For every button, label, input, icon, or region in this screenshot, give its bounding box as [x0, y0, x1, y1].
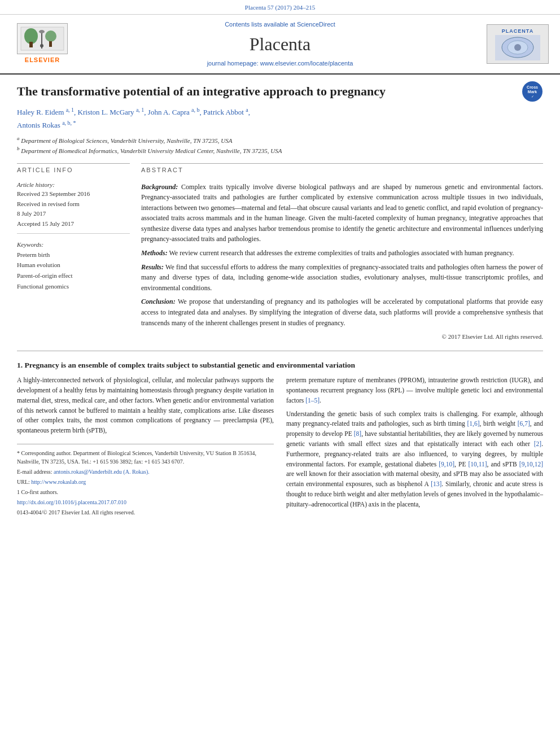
- body-two-col: A highly-interconnected network of physi…: [17, 375, 543, 518]
- ref-1-5[interactable]: [1–5]: [305, 397, 320, 404]
- placenta-logo-title: PLACENTA: [502, 28, 533, 35]
- svg-point-11: [514, 44, 521, 51]
- article-info-column: ARTICLE INFO Article history: Received 2…: [17, 163, 130, 342]
- svg-text:✓: ✓: [531, 95, 534, 98]
- authors-line: Haley R. Eidem a, 1, Kriston L. McGary a…: [17, 106, 543, 132]
- ref-2[interactable]: [2]: [534, 440, 541, 447]
- background-label: Background:: [141, 183, 178, 191]
- accepted-date: Accepted 15 July 2017: [17, 219, 130, 229]
- body-right-para-1: preterm premature rupture of membranes (…: [286, 375, 543, 405]
- article-content: Cross Mark ✓ The transformative potentia…: [0, 75, 560, 527]
- crossmark-badge: Cross Mark ✓: [522, 81, 543, 102]
- email-label: E-mail address:: [17, 469, 52, 475]
- history-label: Article history:: [17, 181, 130, 189]
- footer-url: URL: http://www.rokaslab.org: [17, 478, 274, 486]
- homepage-label: journal homepage:: [207, 60, 259, 67]
- section-1-heading: 1. Pregnancy is an ensemble of complex t…: [17, 360, 543, 370]
- body-left-para-1: A highly-interconnected network of physi…: [17, 375, 274, 436]
- received-date: Received 23 September 2016: [17, 189, 130, 199]
- article-info-header: ARTICLE INFO: [17, 164, 130, 177]
- affil-sup-a3: a: [246, 107, 248, 113]
- article-title: The transformative potential of an integ…: [17, 84, 543, 100]
- body-left-text: A highly-interconnected network of physi…: [17, 375, 274, 436]
- ref-6-7[interactable]: [6,7]: [518, 420, 530, 427]
- affiliation-b: b Department of Biomedical Informatics, …: [17, 145, 543, 155]
- body-right-para-2: Understanding the genetic basis of such …: [286, 409, 543, 510]
- elsevier-wordmark: ELSEVIER: [25, 56, 60, 64]
- svg-rect-4: [49, 41, 52, 47]
- footer-corresponding: * Corresponding author. Department of Bi…: [17, 449, 274, 466]
- sciencedirect-link: Contents lists available at ScienceDirec…: [73, 20, 487, 29]
- abstract-column: ABSTRACT Background: Complex traits typi…: [141, 163, 543, 342]
- keyword-4: Functional genomics: [17, 281, 130, 292]
- ref-8[interactable]: [8]: [354, 430, 361, 437]
- footer-url-value[interactable]: http://www.rokaslab.org: [31, 479, 86, 485]
- ref-10-11[interactable]: [10,11]: [468, 461, 487, 468]
- journal-name: Placenta: [73, 32, 487, 57]
- affil-label-b: b: [17, 146, 20, 151]
- footer-doi-link[interactable]: http://dx.doi.org/10.1016/j.placenta.201…: [17, 499, 126, 505]
- footer-doi: http://dx.doi.org/10.1016/j.placenta.201…: [17, 498, 274, 506]
- keywords-list: Preterm birth Human evolution Parent-of-…: [17, 250, 130, 292]
- ref-1-6[interactable]: [1,6]: [467, 420, 479, 427]
- methods-label: Methods:: [141, 249, 168, 257]
- abstract-methods: Methods: We review current research that…: [141, 248, 543, 259]
- citation-bar: Placenta 57 (2017) 204–215: [0, 0, 560, 15]
- copyright-line: © 2017 Elsevier Ltd. All rights reserved…: [141, 333, 543, 341]
- footer-email: E-mail address: antonis.rokas@Vanderbilt…: [17, 468, 274, 476]
- body-right-col: preterm premature rupture of membranes (…: [286, 375, 543, 518]
- affil-sup-ab2: a, b, *: [62, 120, 76, 126]
- footer-issn: 0143-4004/© 2017 Elsevier Ltd. All right…: [17, 508, 274, 517]
- section-divider: [17, 351, 543, 351]
- affil-sup-ab: a, b: [191, 107, 199, 113]
- conclusion-label: Conclusion:: [141, 298, 176, 305]
- svg-text:Mark: Mark: [528, 90, 537, 94]
- citation-text: Placenta 57 (2017) 204–215: [245, 4, 315, 11]
- results-text: We find that successful efforts to addre…: [141, 263, 543, 292]
- svg-point-3: [45, 30, 56, 42]
- keyword-3: Parent-of-origin effect: [17, 270, 130, 281]
- svg-text:Cross: Cross: [527, 85, 538, 89]
- background-text: Complex traits typically involve diverse…: [141, 183, 543, 243]
- ref-13[interactable]: [13]: [431, 480, 441, 487]
- affil-sup-a1: a, 1: [66, 107, 74, 113]
- journal-center: Contents lists available at ScienceDirec…: [73, 20, 487, 68]
- history-dates: Received 23 September 2016 Received in r…: [17, 189, 130, 234]
- body-right-text: preterm premature rupture of membranes (…: [286, 375, 543, 510]
- sciencedirect-text[interactable]: ScienceDirect: [297, 21, 335, 28]
- article-history: Article history: Received 23 September 2…: [17, 181, 130, 234]
- svg-point-1: [24, 28, 38, 44]
- contents-label: Contents lists available at: [225, 21, 295, 28]
- abstract-text: Background: Complex traits typically inv…: [141, 182, 543, 329]
- results-label: Results:: [141, 263, 164, 271]
- affil-sup-a2: a, 1: [136, 107, 144, 113]
- affil-label-a: a: [17, 136, 20, 141]
- abstract-header: ABSTRACT: [141, 164, 543, 177]
- affiliation-a: a Department of Biological Sciences, Van…: [17, 135, 543, 145]
- homepage-link[interactable]: www.elsevier.com/locate/placenta: [260, 60, 353, 67]
- url-label: URL:: [17, 479, 30, 485]
- journal-homepage: journal homepage: www.elsevier.com/locat…: [73, 59, 487, 68]
- body-left-col: A highly-interconnected network of physi…: [17, 375, 274, 518]
- abstract-background: Background: Complex traits typically inv…: [141, 182, 543, 245]
- article-footer: * Corresponding author. Department of Bi…: [17, 444, 274, 517]
- elsevier-logo: ELSEVIER: [11, 23, 73, 64]
- received-revised-label: Received in revised form: [17, 199, 130, 209]
- abstract-results: Results: We find that successful efforts…: [141, 262, 543, 294]
- info-abstract-section: ARTICLE INFO Article history: Received 2…: [17, 163, 543, 342]
- svg-rect-2: [29, 42, 33, 47]
- affiliations: a Department of Biological Sciences, Van…: [17, 135, 543, 155]
- svg-point-6: [39, 30, 45, 33]
- journal-header: ELSEVIER Contents lists available at Sci…: [0, 15, 560, 75]
- keyword-2: Human evolution: [17, 260, 130, 270]
- elsevier-logo-box: [17, 23, 68, 54]
- methods-text: We review current research that addresse…: [169, 249, 514, 257]
- ref-9-10[interactable]: [9,10]: [439, 461, 454, 468]
- title-area: Cross Mark ✓ The transformative potentia…: [17, 84, 543, 100]
- ref-9-10-12[interactable]: [9,10,12]: [519, 461, 543, 468]
- placenta-logo-box: PLACENTA: [487, 24, 549, 64]
- abstract-conclusion: Conclusion: We propose that understandin…: [141, 296, 543, 328]
- body-section-1: 1. Pregnancy is an ensemble of complex t…: [17, 360, 543, 518]
- conclusion-text: We propose that understanding of pregnan…: [141, 298, 543, 326]
- keywords-section: Keywords: Preterm birth Human evolution …: [17, 241, 130, 291]
